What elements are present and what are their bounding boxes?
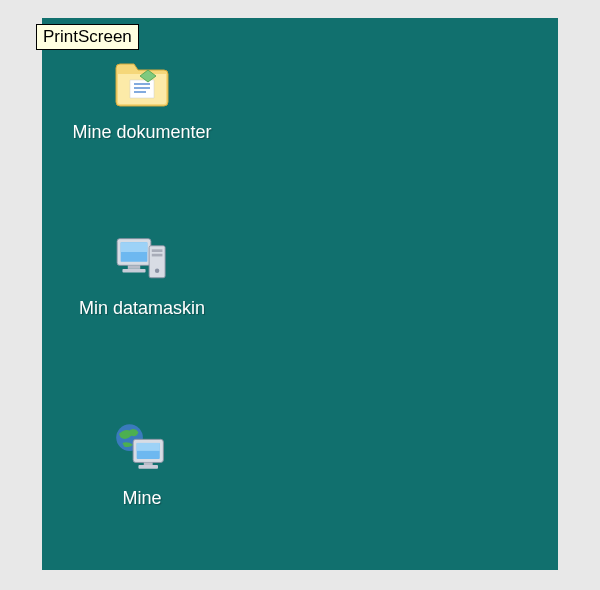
svg-point-8 [155, 268, 159, 272]
folder-documents-icon [110, 52, 174, 116]
desktop-icon-network-places[interactable]: Mine [62, 418, 222, 509]
desktop-icon-my-computer[interactable]: Min datamaskin [62, 228, 222, 319]
tooltip-text: PrintScreen [43, 27, 132, 46]
svg-rect-6 [152, 249, 163, 252]
svg-rect-13 [144, 462, 153, 465]
svg-rect-7 [152, 254, 163, 257]
network-places-icon [110, 418, 174, 482]
desktop-icon-label: Mine dokumenter [72, 122, 211, 143]
desktop-icon-label: Mine [122, 488, 161, 509]
computer-icon [110, 228, 174, 292]
desktop-area[interactable]: Mine dokumenter Min datamaskin [42, 18, 558, 570]
svg-rect-3 [128, 265, 140, 269]
svg-rect-2 [121, 242, 148, 252]
tooltip: PrintScreen [36, 24, 139, 50]
desktop-icon-my-documents[interactable]: Mine dokumenter [62, 52, 222, 143]
svg-rect-14 [138, 465, 158, 469]
svg-rect-4 [122, 269, 145, 273]
desktop-icon-label: Min datamaskin [79, 298, 205, 319]
svg-rect-12 [137, 443, 160, 451]
